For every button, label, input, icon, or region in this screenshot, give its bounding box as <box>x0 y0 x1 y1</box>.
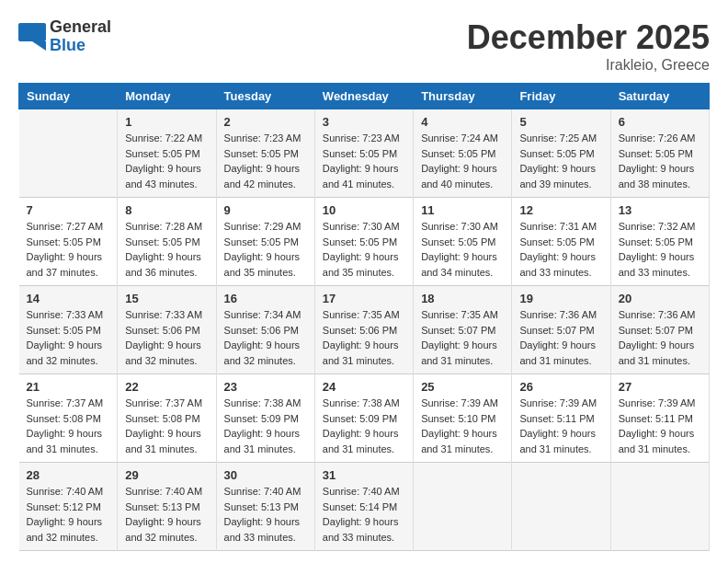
week-row-1: 7 Sunrise: 7:27 AMSunset: 5:05 PMDayligh… <box>19 198 710 286</box>
col-thursday: Thursday <box>414 84 512 109</box>
day-cell: 31 Sunrise: 7:40 AMSunset: 5:14 PMDaylig… <box>314 463 413 551</box>
week-row-2: 14 Sunrise: 7:33 AMSunset: 5:05 PMDaylig… <box>19 286 710 374</box>
day-info: Sunrise: 7:33 AMSunset: 5:06 PMDaylight:… <box>125 307 208 368</box>
calendar-header: Sunday Monday Tuesday Wednesday Thursday… <box>19 84 710 109</box>
day-number: 22 <box>125 380 208 394</box>
logo-blue: Blue <box>50 37 111 55</box>
day-cell: 5 Sunrise: 7:25 AMSunset: 5:05 PMDayligh… <box>512 109 610 198</box>
day-info: Sunrise: 7:26 AMSunset: 5:05 PMDaylight:… <box>619 131 701 191</box>
day-info: Sunrise: 7:39 AMSunset: 5:11 PMDaylight:… <box>619 396 701 456</box>
logo-general: General <box>50 18 111 37</box>
day-cell <box>19 109 118 198</box>
day-number: 17 <box>323 292 405 305</box>
day-cell <box>512 463 610 551</box>
day-info: Sunrise: 7:32 AMSunset: 5:05 PMDaylight:… <box>619 219 701 280</box>
col-monday: Monday <box>118 84 216 109</box>
day-cell: 9 Sunrise: 7:29 AMSunset: 5:05 PMDayligh… <box>216 198 314 286</box>
day-number: 8 <box>125 203 208 217</box>
day-number: 1 <box>125 115 208 129</box>
day-number: 21 <box>27 380 110 394</box>
day-info: Sunrise: 7:39 AMSunset: 5:10 PMDaylight:… <box>421 396 504 456</box>
page-header: General Blue December 2025 Irakleio, Gre… <box>18 18 710 74</box>
month-title: December 2025 <box>467 18 710 57</box>
svg-rect-0 <box>18 23 46 41</box>
day-cell: 12 Sunrise: 7:31 AMSunset: 5:05 PMDaylig… <box>512 198 610 286</box>
day-cell: 6 Sunrise: 7:26 AMSunset: 5:05 PMDayligh… <box>610 109 709 198</box>
day-cell: 28 Sunrise: 7:40 AMSunset: 5:12 PMDaylig… <box>19 463 118 551</box>
day-number: 5 <box>519 115 602 129</box>
day-info: Sunrise: 7:36 AMSunset: 5:07 PMDaylight:… <box>519 307 602 368</box>
day-info: Sunrise: 7:35 AMSunset: 5:06 PMDaylight:… <box>323 307 405 368</box>
day-info: Sunrise: 7:38 AMSunset: 5:09 PMDaylight:… <box>224 396 307 456</box>
col-friday: Friday <box>512 84 610 109</box>
day-number: 13 <box>619 203 701 217</box>
day-number: 6 <box>619 115 701 129</box>
day-cell: 4 Sunrise: 7:24 AMSunset: 5:05 PMDayligh… <box>414 109 512 198</box>
logo-text: General Blue <box>50 18 111 55</box>
day-info: Sunrise: 7:27 AMSunset: 5:05 PMDaylight:… <box>27 219 110 280</box>
day-info: Sunrise: 7:25 AMSunset: 5:05 PMDaylight:… <box>519 131 602 191</box>
day-number: 3 <box>323 115 405 129</box>
day-number: 31 <box>323 468 405 482</box>
day-cell: 19 Sunrise: 7:36 AMSunset: 5:07 PMDaylig… <box>512 286 610 374</box>
day-number: 14 <box>27 292 110 305</box>
day-cell: 1 Sunrise: 7:22 AMSunset: 5:05 PMDayligh… <box>118 109 216 198</box>
day-cell <box>610 463 709 551</box>
day-info: Sunrise: 7:34 AMSunset: 5:06 PMDaylight:… <box>224 307 307 368</box>
day-number: 30 <box>224 468 307 482</box>
day-number: 25 <box>421 380 504 394</box>
day-cell: 27 Sunrise: 7:39 AMSunset: 5:11 PMDaylig… <box>610 374 709 463</box>
day-number: 10 <box>323 203 405 217</box>
day-cell: 22 Sunrise: 7:37 AMSunset: 5:08 PMDaylig… <box>118 374 216 463</box>
day-number: 15 <box>125 292 208 305</box>
day-info: Sunrise: 7:40 AMSunset: 5:13 PMDaylight:… <box>224 484 307 545</box>
day-cell: 24 Sunrise: 7:38 AMSunset: 5:09 PMDaylig… <box>314 374 413 463</box>
day-cell: 2 Sunrise: 7:23 AMSunset: 5:05 PMDayligh… <box>216 109 314 198</box>
day-info: Sunrise: 7:30 AMSunset: 5:05 PMDaylight:… <box>421 219 504 280</box>
day-info: Sunrise: 7:40 AMSunset: 5:14 PMDaylight:… <box>323 484 405 545</box>
day-cell: 23 Sunrise: 7:38 AMSunset: 5:09 PMDaylig… <box>216 374 314 463</box>
day-number: 12 <box>519 203 602 217</box>
col-saturday: Saturday <box>610 84 709 109</box>
day-number: 28 <box>27 468 110 482</box>
header-row: Sunday Monday Tuesday Wednesday Thursday… <box>19 84 710 109</box>
day-cell: 20 Sunrise: 7:36 AMSunset: 5:07 PMDaylig… <box>610 286 709 374</box>
day-info: Sunrise: 7:36 AMSunset: 5:07 PMDaylight:… <box>619 307 701 368</box>
day-number: 26 <box>519 380 602 394</box>
day-info: Sunrise: 7:23 AMSunset: 5:05 PMDaylight:… <box>323 131 405 191</box>
day-info: Sunrise: 7:22 AMSunset: 5:05 PMDaylight:… <box>125 131 208 191</box>
location-subtitle: Irakleio, Greece <box>467 57 710 74</box>
day-number: 7 <box>27 203 110 217</box>
day-number: 2 <box>224 115 307 129</box>
day-number: 23 <box>224 380 307 394</box>
day-cell: 30 Sunrise: 7:40 AMSunset: 5:13 PMDaylig… <box>216 463 314 551</box>
day-cell: 7 Sunrise: 7:27 AMSunset: 5:05 PMDayligh… <box>19 198 118 286</box>
day-cell: 29 Sunrise: 7:40 AMSunset: 5:13 PMDaylig… <box>118 463 216 551</box>
day-cell: 17 Sunrise: 7:35 AMSunset: 5:06 PMDaylig… <box>314 286 413 374</box>
day-cell: 21 Sunrise: 7:37 AMSunset: 5:08 PMDaylig… <box>19 374 118 463</box>
day-info: Sunrise: 7:35 AMSunset: 5:07 PMDaylight:… <box>421 307 504 368</box>
day-info: Sunrise: 7:33 AMSunset: 5:05 PMDaylight:… <box>27 307 110 368</box>
day-info: Sunrise: 7:37 AMSunset: 5:08 PMDaylight:… <box>27 396 110 456</box>
day-info: Sunrise: 7:40 AMSunset: 5:12 PMDaylight:… <box>27 484 110 545</box>
logo-icon <box>18 23 46 51</box>
day-number: 4 <box>421 115 504 129</box>
day-cell: 8 Sunrise: 7:28 AMSunset: 5:05 PMDayligh… <box>118 198 216 286</box>
calendar-table: Sunday Monday Tuesday Wednesday Thursday… <box>18 83 710 551</box>
day-cell: 15 Sunrise: 7:33 AMSunset: 5:06 PMDaylig… <box>118 286 216 374</box>
day-cell: 25 Sunrise: 7:39 AMSunset: 5:10 PMDaylig… <box>414 374 512 463</box>
col-sunday: Sunday <box>19 84 118 109</box>
day-info: Sunrise: 7:38 AMSunset: 5:09 PMDaylight:… <box>323 396 405 456</box>
day-cell: 18 Sunrise: 7:35 AMSunset: 5:07 PMDaylig… <box>414 286 512 374</box>
day-number: 11 <box>421 203 504 217</box>
day-cell: 3 Sunrise: 7:23 AMSunset: 5:05 PMDayligh… <box>314 109 413 198</box>
title-block: December 2025 Irakleio, Greece <box>467 18 710 74</box>
day-cell: 11 Sunrise: 7:30 AMSunset: 5:05 PMDaylig… <box>414 198 512 286</box>
day-info: Sunrise: 7:37 AMSunset: 5:08 PMDaylight:… <box>125 396 208 456</box>
day-number: 24 <box>323 380 405 394</box>
day-number: 29 <box>125 468 208 482</box>
day-info: Sunrise: 7:30 AMSunset: 5:05 PMDaylight:… <box>323 219 405 280</box>
day-number: 27 <box>619 380 701 394</box>
day-info: Sunrise: 7:29 AMSunset: 5:05 PMDaylight:… <box>224 219 307 280</box>
day-cell: 14 Sunrise: 7:33 AMSunset: 5:05 PMDaylig… <box>19 286 118 374</box>
